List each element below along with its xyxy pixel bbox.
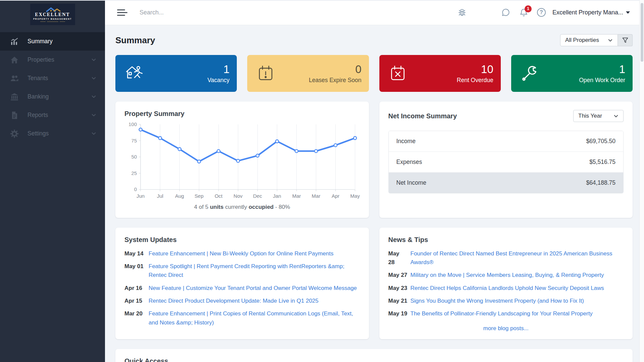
- caption-segment: 4 of 5: [194, 204, 210, 210]
- content-area: Summary All Properties 1Vacancy0Leases E…: [105, 25, 644, 362]
- net-income-title: Net Income Summary: [388, 112, 457, 120]
- sidebar-item-banking[interactable]: Banking: [0, 87, 105, 106]
- svg-text:Mar: Mar: [292, 193, 301, 199]
- net-income-table: Income$69,705.50Expenses$5,516.75Net Inc…: [388, 131, 624, 193]
- account-menu[interactable]: Excellent Property Mana...: [552, 9, 630, 16]
- news-article-link[interactable]: Signs You Bought the Wrong Investment Pr…: [411, 297, 584, 305]
- net-income-row-amount: $69,705.50: [586, 138, 615, 145]
- system-updates-title: System Updates: [124, 236, 360, 244]
- net-income-row-label: Expenses: [396, 159, 422, 166]
- document-icon: [10, 111, 19, 120]
- sidebar-item-reports[interactable]: Reports: [0, 106, 105, 124]
- feed-item-date: May 19: [388, 309, 411, 318]
- sidebar-item-properties[interactable]: Properties: [0, 51, 105, 69]
- quick-access-title: Quick Access: [124, 357, 624, 362]
- news-article-link[interactable]: The Benefits of Pollinator-Friendly Land…: [411, 309, 593, 318]
- vacancy-icon: [124, 64, 144, 83]
- property-filter-select[interactable]: All Properties: [560, 34, 618, 46]
- system-update-link[interactable]: New Feature | Customize Your Tenant Port…: [149, 284, 357, 293]
- scrollbar-thumb[interactable]: [641, 3, 643, 62]
- caption-segment: units: [210, 204, 224, 210]
- feed-item-date: May 27: [388, 271, 411, 280]
- net-income-row-label: Net Income: [396, 179, 426, 186]
- feed-item-date: Apr 16: [124, 284, 149, 293]
- stat-card-rent-overdue[interactable]: 10Rent Overdue: [379, 55, 501, 92]
- chevron-down-icon: [91, 131, 96, 136]
- stat-card-label: Open Work Order: [579, 77, 625, 84]
- scrollbar[interactable]: [639, 0, 644, 362]
- stat-card-value: 1: [207, 63, 229, 76]
- sidebar-item-label: Reports: [28, 112, 91, 119]
- net-income-row-amount: $5,516.75: [589, 159, 615, 166]
- bug-report-icon[interactable]: [458, 8, 467, 17]
- svg-text:Sep: Sep: [195, 193, 204, 199]
- svg-text:100: 100: [128, 121, 137, 127]
- logo-text-secondary: PROPERTY MANAGEMENT: [33, 18, 72, 20]
- feed-item: Apr 15Rentec Direct Product Development …: [124, 297, 360, 305]
- work-order-icon: [520, 64, 539, 83]
- period-select-value: This Year: [578, 113, 602, 119]
- funnel-icon: [622, 37, 629, 44]
- stat-card-value: 10: [457, 63, 493, 76]
- property-summary-panel: Property Summary 0255075100JunJulAugSepO…: [115, 102, 369, 218]
- feed-item: May 19The Benefits of Pollinator-Friendl…: [388, 309, 624, 318]
- system-update-link[interactable]: Feature Spotlight | Rent Payment Credit …: [149, 262, 360, 280]
- property-summary-title: Property Summary: [124, 110, 360, 118]
- quick-access-panel: Quick Access: [115, 349, 633, 362]
- search-input[interactable]: [139, 9, 458, 16]
- system-update-link[interactable]: Rentec Direct Product Development Update…: [149, 297, 319, 305]
- svg-text:Jul: Jul: [157, 193, 163, 199]
- chevron-down-icon: [91, 57, 96, 62]
- house-icon: [10, 56, 19, 64]
- sidebar-item-label: Summary: [28, 38, 96, 45]
- people-icon: [10, 74, 19, 83]
- net-income-row-net-income: Net Income$64,188.75: [389, 172, 624, 193]
- svg-text:Mar: Mar: [312, 193, 320, 199]
- bank-icon: [10, 93, 19, 101]
- feed-item: May 21Signs You Bought the Wrong Investm…: [388, 297, 624, 305]
- help-icon[interactable]: [537, 8, 546, 17]
- stat-card-content: 1Open Work Order: [579, 63, 625, 84]
- feed-item: May 01Feature Spotlight | Rent Payment C…: [124, 262, 360, 280]
- gear-icon: [10, 129, 19, 138]
- period-select[interactable]: This Year: [573, 110, 624, 122]
- rent-overdue-icon: [388, 64, 408, 83]
- feed-item: Mar 20Feature Enhancement | Print Copies…: [124, 309, 360, 327]
- app-logo[interactable]: EXCELLENT PROPERTY MANAGEMENT: [30, 4, 75, 25]
- system-updates-list: May 14Feature Enhancement | New Bi-Weekl…: [124, 249, 360, 327]
- stat-card-leases-expire-soon[interactable]: 0Leases Expire Soon: [247, 55, 369, 92]
- sidebar-item-settings[interactable]: Settings: [0, 124, 105, 143]
- stat-card-value: 0: [309, 63, 362, 76]
- system-update-link[interactable]: Feature Enhancement | Print Copies of Re…: [149, 309, 360, 327]
- sidebar-item-summary[interactable]: Summary: [0, 32, 105, 51]
- feed-item: May 14Feature Enhancement | New Bi-Weekl…: [124, 249, 360, 258]
- filter-button[interactable]: [618, 34, 633, 46]
- svg-text:Oct: Oct: [215, 193, 223, 199]
- svg-text:50: 50: [131, 154, 137, 160]
- feed-item-date: May 23: [388, 284, 411, 293]
- page-title: Summary: [115, 35, 155, 46]
- chat-icon[interactable]: [501, 8, 510, 17]
- feed-item-date: May 21: [388, 297, 411, 305]
- occupancy-chart: 0255075100JunJulAugSepOctNovDecJanMarMar…: [124, 120, 360, 203]
- notifications-bell-icon[interactable]: 1: [519, 8, 528, 17]
- property-filter-value: All Properties: [565, 37, 599, 44]
- sidebar-item-tenants[interactable]: Tenants: [0, 69, 105, 87]
- stat-card-vacancy[interactable]: 1Vacancy: [115, 55, 237, 92]
- stat-card-open-work-order[interactable]: 1Open Work Order: [511, 55, 633, 92]
- feed-item-date: Apr 15: [124, 297, 149, 305]
- logo-text-primary: EXCELLENT: [35, 12, 70, 17]
- svg-text:0: 0: [134, 186, 137, 192]
- system-update-link[interactable]: Feature Enhancement | New Bi-Weekly Opti…: [149, 249, 333, 258]
- feed-item-date: May 01: [124, 262, 149, 280]
- news-article-link[interactable]: Rentec Direct Helps California Landlords…: [411, 284, 604, 293]
- caption-segment: occupied: [249, 204, 274, 210]
- menu-toggle-button[interactable]: [117, 9, 127, 16]
- more-blog-posts-link[interactable]: more blog posts...: [388, 325, 624, 332]
- svg-text:Nov: Nov: [233, 193, 243, 199]
- news-article-link[interactable]: Founder of Rentec Direct Named Best Entr…: [411, 249, 624, 267]
- system-updates-panel: System Updates May 14Feature Enhancement…: [115, 228, 369, 339]
- chevron-down-icon: [91, 113, 96, 118]
- sidebar-item-label: Properties: [28, 56, 91, 63]
- news-article-link[interactable]: Military on the Move | Service Members L…: [411, 271, 604, 280]
